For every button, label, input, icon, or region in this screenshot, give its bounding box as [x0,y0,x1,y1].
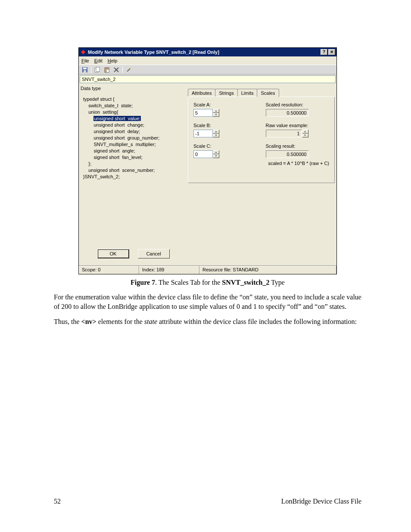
code-line: }SNVT_switch_2; [83,174,184,180]
toolbar-separator [122,66,123,73]
scale-b-label: Scale B: [193,123,257,128]
svg-rect-3 [84,70,86,72]
svg-rect-7 [106,67,108,68]
app-icon [80,49,86,55]
menu-help[interactable]: Help [108,58,118,63]
scale-c-input[interactable] [193,150,213,158]
ok-button[interactable]: OK [97,249,129,258]
tab-strings[interactable]: Strings [215,89,237,96]
tab-scales[interactable]: Scales [257,89,279,97]
cancel-button[interactable]: Cancel [138,249,170,258]
scale-a-input[interactable] [193,109,213,117]
scaling-result-label: Scaling result: [266,143,330,149]
scale-a-spinner[interactable]: ▲▼ [193,109,219,117]
save-icon[interactable] [81,66,89,74]
raw-value-label: Raw value example: [266,123,330,128]
status-index: Index: 189 [139,266,199,274]
scale-c-label: Scale C: [193,143,257,149]
code-line: unsigned short delay; [83,128,184,135]
scaling-formula: scaled = A * 10^B * (raw + C) [266,161,330,166]
code-line-selected: unsigned short value; [83,115,184,122]
scaling-result-value: 0.500000 [266,150,309,158]
svg-point-12 [130,67,131,68]
code-line: typedef struct { [83,96,184,103]
title-bar: Modify Network Variable Type SNVT_switch… [79,48,336,56]
menu-edit[interactable]: Edit [94,58,103,63]
code-line: unsigned short scene_number; [83,167,184,174]
close-button[interactable]: ✕ [328,49,335,55]
code-line: SNVT_multiplier_s multiplier; [83,141,184,148]
code-line: switch_state_t state; [83,103,184,109]
tab-limits[interactable]: Limits [237,89,258,96]
footer-document-title: LonBridge Device Class File [281,498,361,505]
copy-icon[interactable] [93,66,102,74]
svg-marker-0 [81,50,85,54]
spin-up-icon[interactable]: ▲ [213,109,219,113]
type-name-field[interactable]: SNVT_switch_2 [80,75,336,83]
window-title: Modify Network Variable Type SNVT_switch… [88,50,321,55]
menu-bar: File Edit Help [79,56,336,65]
body-paragraph-1: For the enumeration value within the dev… [54,292,361,311]
code-line: signed short fan_level; [83,154,184,161]
scaled-resolution-value: 0.500000 [266,109,309,117]
svg-rect-2 [83,68,87,69]
code-listing[interactable]: typedef struct { switch_state_t state; u… [81,92,186,245]
toolbar [79,65,336,75]
status-resource: Resource file: STANDARD [199,266,336,274]
page-number: 52 [54,498,61,505]
wand-icon[interactable] [125,66,133,74]
toolbar-separator [91,66,91,73]
code-line: unsigned short change; [83,122,184,128]
tab-row: Attributes Strings Limits Scales [188,88,335,97]
tab-attributes[interactable]: Attributes [188,89,215,96]
code-line: signed short angle; [83,148,184,154]
scaled-resolution-label: Scaled resolution: [266,102,330,107]
figure-caption: Figure 7. The Scales Tab for the SNVT_sw… [54,279,361,286]
spin-up-icon[interactable]: ▲ [213,130,219,134]
code-line: }; [83,161,184,167]
data-type-label: Data type [81,86,186,91]
dialog-window: Modify Network Variable Type SNVT_switch… [78,47,337,274]
scale-b-input[interactable] [193,130,213,137]
spin-down-icon[interactable]: ▼ [213,113,219,117]
spin-down-icon[interactable]: ▼ [213,154,219,158]
spin-down-icon[interactable]: ▼ [213,134,219,137]
tab-body-scales: Scale A: ▲▼ Scale B: ▲▼ [188,97,335,183]
svg-rect-8 [106,69,109,72]
scale-b-spinner[interactable]: ▲▼ [193,130,219,137]
code-line: unsigned short group_number; [83,135,184,141]
scale-c-spinner[interactable]: ▲▼ [193,150,219,158]
status-scope: Scope: 0 [79,266,139,274]
delete-icon[interactable] [112,66,121,74]
code-line: union setting{ [83,109,184,115]
help-button[interactable]: ? [321,49,327,55]
spin-down-icon[interactable]: ▼ [302,134,308,137]
spin-up-icon[interactable]: ▲ [213,150,219,154]
paste-icon[interactable] [103,66,111,74]
status-bar: Scope: 0 Index: 189 Resource file: STAND… [79,265,336,274]
scale-a-label: Scale A: [193,102,257,107]
raw-value-display: 1 [266,130,302,137]
spin-up-icon[interactable]: ▲ [302,130,308,134]
body-paragraph-2: Thus, the <nv> elements for the state at… [54,317,361,327]
svg-line-11 [127,68,130,72]
menu-file[interactable]: File [81,58,89,63]
svg-rect-5 [96,67,100,72]
